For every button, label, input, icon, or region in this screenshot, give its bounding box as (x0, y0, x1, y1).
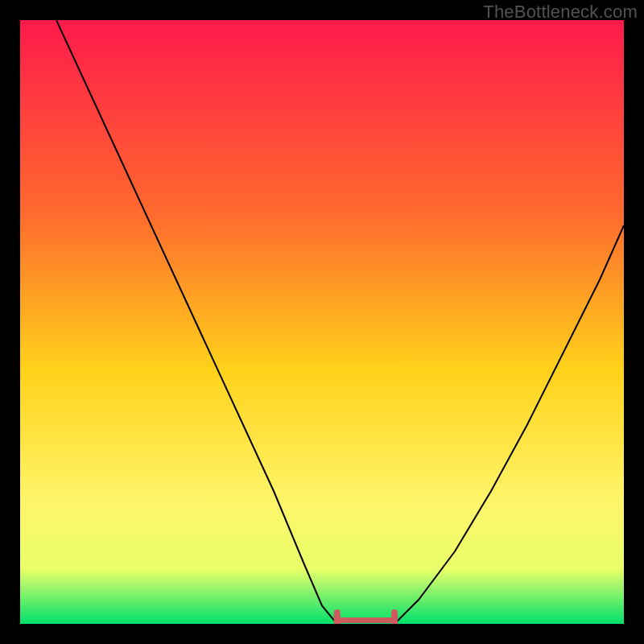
bottleneck-chart (20, 20, 624, 624)
marker-dot (377, 617, 382, 622)
gradient-background (20, 20, 624, 624)
marker-endcap-left (334, 609, 341, 624)
marker-dot (368, 617, 373, 622)
marker-endcap-right (391, 609, 398, 624)
chart-frame: TheBottleneck.com (0, 0, 644, 644)
marker-dot (349, 617, 354, 622)
watermark-label: TheBottleneck.com (483, 2, 638, 23)
marker-dot (386, 617, 390, 622)
marker-dot (341, 617, 345, 622)
plot-area (20, 20, 624, 624)
marker-dot (359, 617, 364, 622)
